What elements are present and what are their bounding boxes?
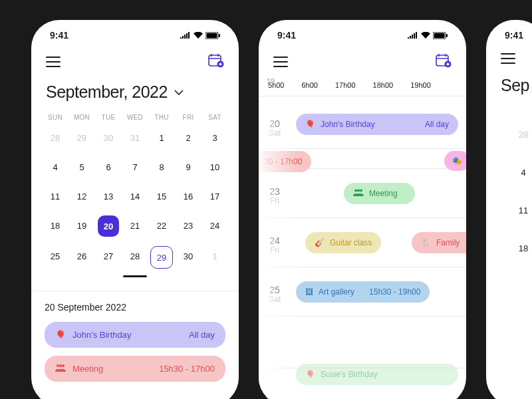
svg-rect-12 xyxy=(434,33,445,38)
day-cell[interactable]: 14 xyxy=(122,186,148,206)
month-title-partial: Sep xyxy=(501,76,529,95)
month-grid: SUN MON TUE WED THU FRI SAT 282930311234… xyxy=(31,111,239,281)
day-cell[interactable]: 28 xyxy=(42,128,68,148)
day-cell[interactable]: 7 xyxy=(122,157,148,177)
day-cell[interactable]: 29 xyxy=(68,128,95,148)
svg-point-21 xyxy=(360,190,362,192)
event-art-gallery[interactable]: 🖼 Art gallery 15h30 - 19h00 xyxy=(296,281,430,303)
timeline-body[interactable]: 20 Sat 23 Fri 24 Fri 25 Sat 🎈 John's Bir… xyxy=(259,96,466,389)
month-title: September, 2022 xyxy=(46,82,168,102)
day-cell[interactable]: 18 xyxy=(42,215,68,235)
image-icon: 🖼 xyxy=(305,287,313,297)
day-cell[interactable]: 19 xyxy=(68,215,95,235)
day-cell[interactable]: 25 xyxy=(42,246,68,266)
event-label: John's Birthday xyxy=(72,330,131,340)
day-label: 20 Sat xyxy=(259,119,291,138)
day-cell[interactable]: 1 xyxy=(201,246,228,266)
day-cell[interactable]: 16 xyxy=(175,186,201,206)
svg-rect-2 xyxy=(219,34,220,37)
svg-point-8 xyxy=(57,364,59,367)
app-header xyxy=(259,45,466,77)
event-partial-meeting[interactable]: 30 - 17h00 xyxy=(259,151,311,172)
status-icons xyxy=(408,32,448,39)
day-cell[interactable]: 15 xyxy=(148,186,175,206)
day-cell[interactable]: 20 xyxy=(98,215,119,237)
month-title-row[interactable]: September, 2022 xyxy=(31,77,239,111)
day-cell[interactable]: 30 xyxy=(175,246,201,266)
grid-handle[interactable] xyxy=(123,275,147,277)
day-cell[interactable]: 2 xyxy=(175,128,201,148)
day-cell[interactable]: 28 xyxy=(501,124,532,144)
status-icons xyxy=(180,32,220,39)
day-cell[interactable]: 31 xyxy=(122,128,148,148)
day-cell[interactable]: 1 xyxy=(148,128,175,148)
status-bar: 9:41 xyxy=(259,20,466,45)
app-header xyxy=(486,45,532,70)
day-cell[interactable]: 26 xyxy=(68,246,95,266)
day-cell[interactable]: 6 xyxy=(95,157,122,177)
day-cell[interactable]: 3 xyxy=(201,128,228,148)
menu-icon[interactable] xyxy=(46,57,61,67)
event-guitar[interactable]: 🎸 Guitar class xyxy=(305,232,381,253)
balloons-icon: 🎈 xyxy=(55,330,66,340)
app-header xyxy=(31,45,239,77)
status-bar: 9:41 xyxy=(486,20,532,45)
day-cell[interactable]: 27 xyxy=(95,246,122,266)
add-event-icon[interactable] xyxy=(436,53,452,70)
day-cell[interactable]: 5 xyxy=(68,157,95,177)
event-susie-birthday[interactable]: 🎈 Susie's Birthday xyxy=(296,364,458,385)
day-cell[interactable]: 18 xyxy=(501,238,532,258)
day-cell[interactable]: 9 xyxy=(175,157,201,177)
weekday-header: SUN MON TUE WED THU FRI SAT xyxy=(42,111,228,128)
day-cell[interactable]: 8 xyxy=(148,157,175,177)
event-pill-meeting[interactable]: Meeting 15h30 - 17h00 xyxy=(45,356,225,382)
day-cell[interactable]: 10 xyxy=(201,157,228,177)
day-label: 23 Fri xyxy=(259,187,291,206)
day-cell[interactable]: 11 xyxy=(42,186,68,206)
svg-point-20 xyxy=(357,190,360,192)
day-cell[interactable]: 13 xyxy=(95,186,122,206)
event-time: All day xyxy=(189,330,215,340)
phone-timeline-view: 9:41 19 5h00 6h00 17h00 18h00 19h00 xyxy=(259,20,466,399)
event-label: Meeting xyxy=(72,364,103,374)
masks-icon: 🎭 xyxy=(452,156,462,166)
svg-rect-1 xyxy=(207,33,217,38)
svg-rect-13 xyxy=(446,34,448,37)
day-cell[interactable]: 21 xyxy=(122,215,148,235)
day-cell[interactable]: 12 xyxy=(68,186,95,206)
menu-icon[interactable] xyxy=(501,53,515,64)
day-events-section: 20 September 2022 🎈 John's Birthday All … xyxy=(31,291,239,382)
event-birthday[interactable]: 🎈 John's Birthday All day xyxy=(296,114,458,135)
event-family[interactable]: 🍴 Family xyxy=(412,232,466,253)
event-theater[interactable]: 🎭 xyxy=(444,151,466,171)
time-scale: 5h00 6h00 17h00 18h00 19h00 xyxy=(259,77,466,96)
status-time: 9:41 xyxy=(50,30,68,41)
day-label: 24 Fri xyxy=(259,236,291,255)
event-pill-birthday[interactable]: 🎈 John's Birthday All day xyxy=(45,322,225,348)
day-cell[interactable]: 22 xyxy=(148,215,175,235)
month-title-row[interactable]: Sep xyxy=(486,70,532,104)
day-cell[interactable]: 17 xyxy=(201,186,228,206)
chevron-down-icon xyxy=(174,86,184,98)
food-icon: 🍴 xyxy=(421,238,431,247)
day-cell[interactable]: 28 xyxy=(122,246,148,266)
day-cell[interactable]: 29 xyxy=(150,246,173,269)
day-cell[interactable]: 4 xyxy=(501,162,532,182)
day-cell[interactable]: 11 xyxy=(501,200,532,220)
day-cell[interactable]: 24 xyxy=(201,215,228,235)
day-label: 25 Sat xyxy=(259,285,291,305)
day-grid: 2829303112345678910111213141516171819202… xyxy=(42,128,228,269)
balloons-icon: 🎈 xyxy=(305,370,315,379)
day-cell[interactable]: 30 xyxy=(95,128,122,148)
event-meeting[interactable]: Meeting xyxy=(344,183,415,204)
phone-month-view: 9:41 September, 2022 SUN MON TUE xyxy=(31,20,239,399)
add-event-icon[interactable] xyxy=(208,53,224,70)
guitar-icon: 🎸 xyxy=(315,238,325,247)
status-bar: 9:41 xyxy=(31,20,239,45)
day-cell[interactable]: 4 xyxy=(42,157,68,177)
balloons-icon: 🎈 xyxy=(305,120,315,129)
menu-icon[interactable] xyxy=(273,57,288,67)
day-cell[interactable]: 23 xyxy=(175,215,201,235)
svg-point-19 xyxy=(354,190,357,192)
day-events-title: 20 September 2022 xyxy=(45,302,225,313)
